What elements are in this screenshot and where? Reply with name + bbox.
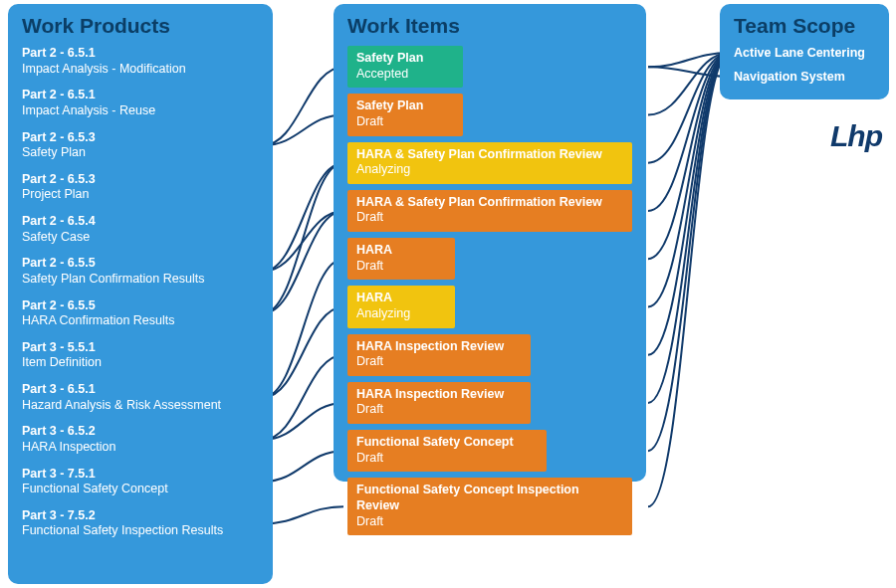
diagram-canvas: Work Products Part 2 - 6.5.1Impact Analy… xyxy=(0,0,896,588)
work-item-title: HARA xyxy=(356,291,446,306)
work-product-part: Part 3 - 7.5.1 xyxy=(22,467,259,483)
work-product-desc: Project Plan xyxy=(22,187,259,203)
work-product-item[interactable]: Part 3 - 7.5.2Functional Safety Inspecti… xyxy=(22,508,259,539)
work-product-part: Part 2 - 6.5.5 xyxy=(22,298,259,314)
team-scope-list: Active Lane CenteringNavigation System xyxy=(734,46,875,84)
work-product-desc: HARA Confirmation Results xyxy=(22,313,259,329)
work-item-title: Functional Safety Concept Inspection Rev… xyxy=(356,483,623,513)
work-products-title: Work Products xyxy=(22,14,259,38)
work-product-part: Part 2 - 6.5.4 xyxy=(22,214,259,230)
work-product-desc: Item Definition xyxy=(22,355,259,371)
work-product-desc: HARA Inspection xyxy=(22,440,259,456)
work-item-status: Accepted xyxy=(356,67,454,83)
work-items-panel: Work Items Safety PlanAcceptedSafety Pla… xyxy=(334,4,646,482)
work-item-status: Analyzing xyxy=(356,306,446,322)
work-item-card[interactable]: HARA & Safety Plan Confirmation ReviewDr… xyxy=(347,190,632,232)
work-item-status: Draft xyxy=(356,259,446,275)
work-items-list: Safety PlanAcceptedSafety PlanDraftHARA … xyxy=(347,46,632,535)
work-product-item[interactable]: Part 2 - 6.5.5Safety Plan Confirmation R… xyxy=(22,256,259,287)
work-products-panel: Work Products Part 2 - 6.5.1Impact Analy… xyxy=(8,4,273,584)
team-scope-item[interactable]: Active Lane Centering xyxy=(734,46,875,60)
work-product-desc: Safety Case xyxy=(22,230,259,246)
work-product-part: Part 3 - 7.5.2 xyxy=(22,508,259,524)
team-scope-item[interactable]: Navigation System xyxy=(734,70,875,84)
work-item-title: HARA & Safety Plan Confirmation Review xyxy=(356,147,623,163)
work-product-part: Part 3 - 6.5.1 xyxy=(22,382,259,398)
work-product-part: Part 2 - 6.5.3 xyxy=(22,172,259,188)
work-product-desc: Impact Analysis - Reuse xyxy=(22,103,259,119)
work-product-desc: Safety Plan xyxy=(22,145,259,161)
work-product-item[interactable]: Part 2 - 6.5.3Safety Plan xyxy=(22,130,259,161)
work-product-item[interactable]: Part 2 - 6.5.3Project Plan xyxy=(22,172,259,203)
work-product-desc: Functional Safety Concept xyxy=(22,482,259,497)
work-items-title: Work Items xyxy=(347,14,632,38)
work-item-title: HARA & Safety Plan Confirmation Review xyxy=(356,195,623,211)
work-product-part: Part 2 - 6.5.5 xyxy=(22,256,259,272)
work-product-item[interactable]: Part 3 - 7.5.1Functional Safety Concept xyxy=(22,467,259,497)
work-product-desc: Hazard Analysis & Risk Assessment xyxy=(22,398,259,414)
work-item-card[interactable]: HARA & Safety Plan Confirmation ReviewAn… xyxy=(347,142,632,184)
work-item-card[interactable]: HARA Inspection ReviewDraft xyxy=(347,382,531,424)
work-product-desc: Safety Plan Confirmation Results xyxy=(22,272,259,288)
work-product-item[interactable]: Part 2 - 6.5.5HARA Confirmation Results xyxy=(22,298,259,329)
lhp-logo: Lhp xyxy=(830,119,882,153)
work-item-status: Draft xyxy=(356,210,623,226)
work-item-status: Draft xyxy=(356,402,522,418)
work-item-title: Safety Plan xyxy=(356,51,454,67)
work-product-part: Part 2 - 6.5.3 xyxy=(22,130,259,146)
work-item-title: Functional Safety Concept xyxy=(356,435,538,451)
work-product-item[interactable]: Part 2 - 6.5.1Impact Analysis - Modifica… xyxy=(22,46,259,77)
work-product-desc: Functional Safety Inspection Results xyxy=(22,523,259,539)
work-products-list: Part 2 - 6.5.1Impact Analysis - Modifica… xyxy=(22,46,259,539)
work-item-card[interactable]: Safety PlanDraft xyxy=(347,94,463,135)
work-item-card[interactable]: Functional Safety ConceptDraft xyxy=(347,430,547,472)
team-scope-panel: Team Scope Active Lane CenteringNavigati… xyxy=(720,4,889,99)
work-item-card[interactable]: HARADraft xyxy=(347,238,455,280)
work-product-item[interactable]: Part 3 - 6.5.1Hazard Analysis & Risk Ass… xyxy=(22,382,259,413)
work-product-part: Part 3 - 5.5.1 xyxy=(22,340,259,356)
work-item-title: HARA xyxy=(356,243,446,259)
work-product-item[interactable]: Part 2 - 6.5.1Impact Analysis - Reuse xyxy=(22,88,259,118)
work-item-card[interactable]: HARA Inspection ReviewDraft xyxy=(347,334,531,376)
team-scope-title: Team Scope xyxy=(734,14,875,38)
work-product-item[interactable]: Part 2 - 6.5.4Safety Case xyxy=(22,214,259,245)
work-item-card[interactable]: HARAAnalyzing xyxy=(347,286,455,327)
work-product-part: Part 3 - 6.5.2 xyxy=(22,424,259,440)
work-item-status: Draft xyxy=(356,451,538,467)
work-product-item[interactable]: Part 3 - 5.5.1Item Definition xyxy=(22,340,259,371)
work-item-status: Draft xyxy=(356,354,522,370)
work-item-card[interactable]: Safety PlanAccepted xyxy=(347,46,463,88)
work-item-status: Draft xyxy=(356,514,623,530)
work-item-status: Analyzing xyxy=(356,162,623,178)
work-product-item[interactable]: Part 3 - 6.5.2HARA Inspection xyxy=(22,424,259,455)
work-item-title: Safety Plan xyxy=(356,98,454,114)
work-item-card[interactable]: Functional Safety Concept Inspection Rev… xyxy=(347,478,632,535)
work-item-title: HARA Inspection Review xyxy=(356,339,522,355)
work-item-title: HARA Inspection Review xyxy=(356,387,522,403)
work-product-part: Part 2 - 6.5.1 xyxy=(22,46,259,62)
work-product-desc: Impact Analysis - Modification xyxy=(22,62,259,78)
work-item-status: Draft xyxy=(356,114,454,130)
work-product-part: Part 2 - 6.5.1 xyxy=(22,88,259,103)
